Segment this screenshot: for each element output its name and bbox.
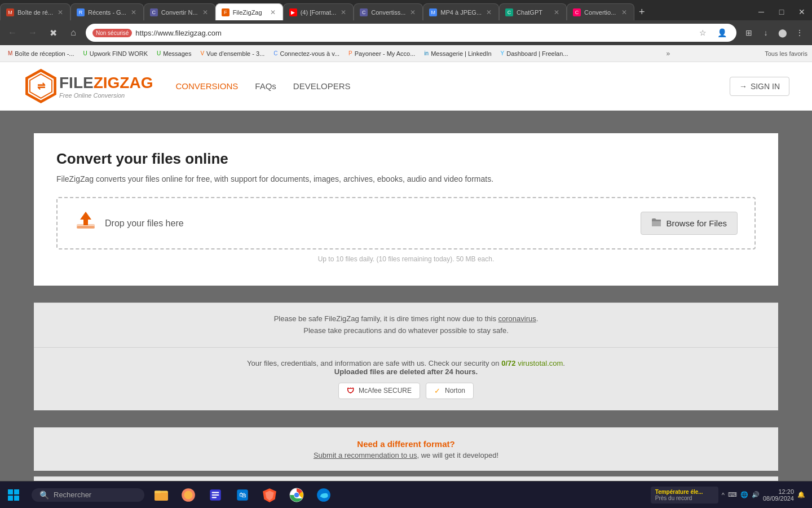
- bookmark-payoneer[interactable]: P Payoneer - My Acco...: [345, 49, 418, 58]
- forward-button[interactable]: →: [25, 25, 41, 41]
- notification-bell-icon[interactable]: 🔔: [797, 491, 805, 498]
- tab-mp4[interactable]: M MP4 à JPEG... ✕: [423, 3, 499, 20]
- profile-icon[interactable]: 👤: [714, 25, 730, 41]
- volume-icon[interactable]: 🔊: [752, 491, 760, 498]
- taskbar-app-chrome[interactable]: [284, 483, 309, 507]
- bookmark-linkedin[interactable]: in Messagerie | LinkedIn: [421, 49, 495, 58]
- taskbar-right: Température éle... Près du record ^ ⌨ 🌐 …: [644, 487, 812, 503]
- minimize-button[interactable]: ─: [751, 3, 771, 20]
- tab-title-youtube: (4) [Format...: [301, 9, 337, 16]
- bookmark-freelancer[interactable]: Y Dashboard | Freelan...: [497, 49, 572, 58]
- recommendation-link[interactable]: Submit a recommendation to us: [314, 451, 417, 459]
- new-tab-button[interactable]: +: [634, 6, 650, 18]
- bookmark-connect[interactable]: C Connectez-vous à v...: [270, 49, 343, 58]
- taskbar-apps: 🛍: [149, 483, 644, 507]
- coronavirus-link[interactable]: coronavirus: [498, 314, 536, 323]
- nav-developers[interactable]: DEVELOPERS: [293, 81, 351, 91]
- taskbar-app-edge[interactable]: [311, 483, 336, 507]
- chevron-up-icon[interactable]: ^: [722, 492, 725, 498]
- file-limit-text: Up to 10 files daily. (10 files remainin…: [56, 255, 756, 263]
- tab-close-convertir[interactable]: ✕: [201, 8, 209, 16]
- all-favorites[interactable]: Tous les favoris: [765, 50, 807, 57]
- security-text: Your files, credentials, and information…: [56, 359, 756, 367]
- address-input[interactable]: Non sécurisé https://www.filezigzag.com …: [86, 24, 736, 42]
- taskbar-app-task[interactable]: [203, 483, 228, 507]
- tab-convertiss[interactable]: C Convertiss... ✕: [354, 3, 423, 20]
- bookmark-label-vue: Vue d'ensemble - 3...: [206, 50, 264, 57]
- notification-widget[interactable]: Température éle... Près du record: [651, 487, 718, 503]
- tab-youtube[interactable]: ▶ (4) [Format... ✕: [283, 3, 354, 20]
- tab-title-convertio: Convertio...: [584, 9, 617, 16]
- edge-icon: [316, 487, 332, 503]
- bookmark-label-upwork1: Upwork FIND WORK: [90, 50, 148, 57]
- toolbar-icons: ⊞ ↓ ⬤ ⋮: [741, 25, 807, 41]
- extensions-icon[interactable]: ⊞: [741, 25, 757, 41]
- tab-filezigzag[interactable]: F FileZigZag ✕: [215, 3, 283, 20]
- window-controls: ─ □ ✕: [751, 3, 812, 20]
- coronavirus-line2: Please take precautions and do whatever …: [56, 325, 756, 337]
- tab-close-gmail[interactable]: ✕: [56, 8, 64, 16]
- bookmark-gmail[interactable]: M Boîte de réception -...: [5, 49, 78, 58]
- delete-notice: Uploaded files are deleted after 24 hour…: [56, 367, 756, 376]
- tab-close-filezigzag[interactable]: ✕: [269, 8, 277, 16]
- taskbar-app-browser1[interactable]: [176, 483, 201, 507]
- network-icon[interactable]: 🌐: [740, 491, 748, 498]
- browse-files-button[interactable]: Browse for Files: [641, 212, 738, 235]
- different-format-text: Submit a recommendation to us, we will g…: [56, 451, 756, 459]
- mcafee-icon: 🛡: [347, 387, 354, 395]
- virustotal-link[interactable]: virustotal.com: [518, 359, 563, 367]
- keyboard-icon[interactable]: ⌨: [728, 491, 737, 498]
- security-score: 0/72: [501, 359, 515, 367]
- bookmarks-more[interactable]: »: [663, 49, 674, 59]
- download-icon[interactable]: ↓: [758, 25, 774, 41]
- back-button[interactable]: ←: [5, 25, 20, 41]
- bookmark-upwork2[interactable]: U Messages: [153, 49, 195, 58]
- nav-faqs[interactable]: FAQs: [255, 81, 276, 91]
- bookmark-favicon-vue: V: [200, 50, 204, 56]
- folder-svg: [651, 218, 661, 227]
- brave-icon: [262, 487, 277, 503]
- tab-title-filezigzag: FileZigZag: [233, 9, 266, 16]
- browser-profile-icon[interactable]: ⬤: [775, 25, 791, 41]
- maximize-button[interactable]: □: [771, 3, 792, 20]
- notification-subtitle: Près du record: [655, 495, 714, 501]
- address-bar: ← → ✖ ⌂ Non sécurisé https://www.filezig…: [0, 20, 812, 45]
- tab-close-mp4[interactable]: ✕: [485, 8, 493, 16]
- tab-close-convertiss[interactable]: ✕: [409, 8, 417, 16]
- site-wrapper: ⇌ FILEZIGZAG Free Online Conversion CONV…: [0, 62, 812, 508]
- svg-rect-10: [14, 496, 19, 501]
- svg-rect-19: [212, 497, 217, 498]
- drop-zone[interactable]: Drop your files here Browse for Files: [56, 197, 756, 249]
- logo[interactable]: ⇌ FILEZIGZAG Free Online Conversion: [23, 68, 153, 104]
- bookmark-vue[interactable]: V Vue d'ensemble - 3...: [197, 49, 268, 58]
- upload-icon: [74, 209, 97, 237]
- settings-icon[interactable]: ⋮: [792, 25, 807, 41]
- taskbar-search[interactable]: 🔍 Rechercher: [32, 488, 144, 502]
- clock[interactable]: 12:20 08/09/2024: [763, 488, 794, 502]
- sign-in-button[interactable]: → SIGN IN: [730, 77, 789, 96]
- taskbar-app-brave[interactable]: [257, 483, 282, 507]
- drop-zone-left: Drop your files here: [74, 209, 184, 237]
- tab-recents[interactable]: R Récents - G... ✕: [70, 3, 144, 20]
- tab-close-convertio[interactable]: ✕: [620, 8, 628, 16]
- star-icon[interactable]: ☆: [695, 25, 710, 41]
- start-button[interactable]: [0, 481, 27, 509]
- nav-conversions[interactable]: CONVERSIONS: [175, 81, 238, 91]
- tab-close-youtube[interactable]: ✕: [339, 8, 347, 16]
- bookmark-upwork1[interactable]: U Upwork FIND WORK: [80, 49, 152, 58]
- search-icon: 🔍: [39, 491, 49, 500]
- home-button[interactable]: ⌂: [65, 25, 81, 41]
- different-format-title: Need a different format?: [56, 439, 756, 449]
- tab-gmail[interactable]: M Boîte de ré... ✕: [0, 3, 70, 20]
- taskbar-app-explorer[interactable]: [149, 483, 174, 507]
- tab-close-recents[interactable]: ✕: [130, 8, 138, 16]
- taskbar-app-store[interactable]: 🛍: [230, 483, 255, 507]
- close-button[interactable]: ✕: [792, 3, 812, 20]
- taskbar: 🔍 Rechercher: [0, 481, 812, 508]
- tab-convertio[interactable]: C Convertio... ✕: [567, 3, 634, 20]
- tab-convertir[interactable]: C Convertir N... ✕: [144, 3, 215, 20]
- reload-button[interactable]: ✖: [45, 25, 61, 41]
- tab-close-chatgpt[interactable]: ✕: [553, 8, 561, 16]
- tab-chatgpt[interactable]: C ChatGPT ✕: [499, 3, 567, 20]
- drop-text: Drop your files here: [105, 218, 184, 229]
